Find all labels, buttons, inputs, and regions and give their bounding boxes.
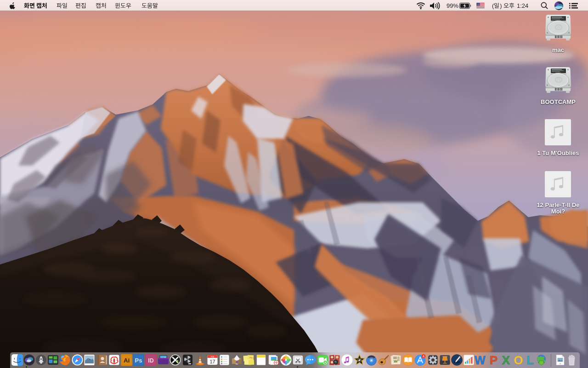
svg-text:17: 17 [209, 359, 215, 364]
svg-text:Plan: Plan [249, 357, 253, 359]
svg-text:ID: ID [148, 357, 154, 364]
svg-text:W: W [475, 354, 486, 366]
svg-text:L: L [527, 354, 534, 366]
svg-text:O: O [514, 354, 523, 366]
svg-text:4: 4 [423, 355, 424, 358]
svg-text:7月: 7月 [210, 356, 214, 359]
svg-text:P: P [490, 354, 498, 366]
svg-text:Ps: Ps [135, 357, 142, 364]
svg-text:Ai: Ai [124, 357, 130, 364]
svg-text:X: X [502, 354, 510, 366]
